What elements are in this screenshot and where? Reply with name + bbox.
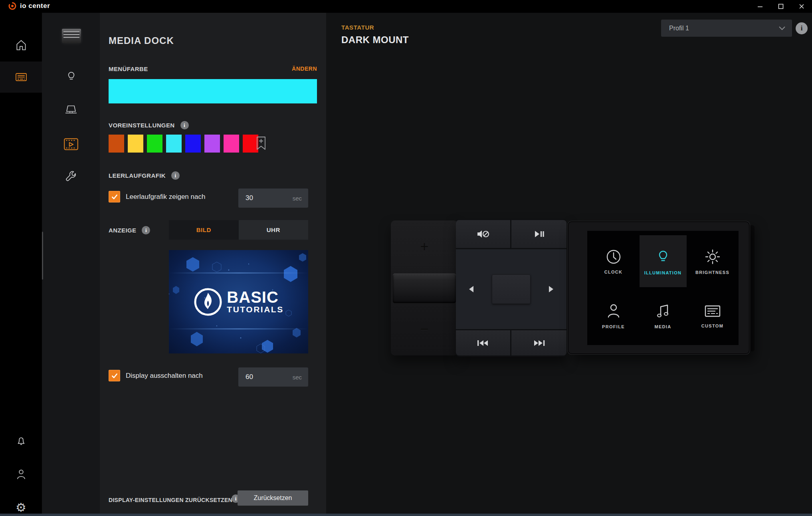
display-label: ANZEIGE	[109, 227, 136, 234]
device-tab-dock-stand[interactable]	[42, 96, 100, 124]
bell-icon	[14, 434, 28, 447]
reset-button[interactable]: Zurücksetzen	[238, 490, 308, 506]
device-sidebar	[42, 13, 100, 514]
display-section: ANZEIGE i	[109, 226, 150, 234]
preset-swatch[interactable]	[185, 135, 201, 153]
screen-tile-clock[interactable]: CLOCK	[590, 235, 637, 287]
mute-button[interactable]	[456, 220, 510, 248]
idle-graphic-label: LEERLAUFGRAFIK	[109, 172, 166, 179]
display-off-seconds-unit: sec	[293, 374, 302, 381]
idle-seconds-unit: sec	[293, 195, 302, 202]
sidebar-item-account[interactable]	[0, 458, 42, 490]
idle-graphic-checkbox[interactable]	[109, 191, 120, 202]
presets-info-icon[interactable]: i	[180, 121, 189, 129]
media-film-icon	[63, 137, 79, 152]
profile-select[interactable]: Profil 1	[661, 20, 792, 37]
lightbulb-icon	[63, 69, 79, 84]
menu-color-label: MENÜFARBE	[109, 65, 148, 72]
screen-tile-label: BRIGHTNESS	[695, 270, 729, 275]
idle-graphic-info-icon[interactable]: i	[171, 171, 180, 180]
app-logo: io center	[8, 2, 50, 10]
profile-info-icon[interactable]: i	[796, 22, 808, 34]
keyboard-thumbnail[interactable]	[62, 29, 81, 43]
presets-label: VOREINSTELLUNGEN	[109, 122, 175, 129]
preview-text-line2: TUTORIALS	[227, 305, 283, 314]
device-list-icon	[14, 71, 28, 83]
preset-swatch[interactable]	[147, 135, 162, 153]
io-center-logo-icon	[8, 2, 17, 10]
device-sidebar-scrollbar[interactable]	[42, 232, 43, 280]
tab-uhr[interactable]: UHR	[239, 220, 309, 240]
flame-logo-icon	[193, 287, 223, 317]
volume-down-button[interactable]: −	[391, 303, 458, 355]
display-off-seconds-input[interactable]	[238, 373, 274, 381]
sidebar-item-settings[interactable]: ⚙	[0, 492, 42, 516]
preview-text-line1: BASIC	[227, 290, 283, 305]
tab-bild[interactable]: BILD	[169, 220, 239, 240]
device-preview-panel: TASTATUR DARK MOUNT Profil 1 i + −	[326, 13, 812, 514]
panel-title: MEDIA DOCK	[109, 35, 174, 46]
screen-tile-custom[interactable]: CUSTOM	[689, 290, 736, 341]
sidebar-item-home[interactable]	[0, 30, 42, 61]
close-button[interactable]	[791, 0, 812, 13]
idle-graphic-checkbox-label: Leerlaufgrafik zeigen nach	[126, 193, 205, 201]
device-tab-illumination[interactable]	[42, 62, 100, 90]
profile-select-value: Profil 1	[669, 25, 689, 32]
volume-up-button[interactable]: +	[391, 220, 458, 273]
screen-tile-label: ILLUMINATION	[644, 270, 682, 275]
device-type-label: TASTATUR	[341, 24, 374, 31]
display-tabs: BILD UHR	[169, 220, 308, 240]
dock-screen-bezel: CLOCK ILLUMINATION	[568, 221, 750, 354]
preset-swatch[interactable]	[224, 135, 239, 153]
sidebar-item-notifications[interactable]	[0, 425, 42, 456]
maximize-button[interactable]	[770, 0, 791, 13]
display-info-icon[interactable]: i	[142, 226, 150, 234]
change-color-button[interactable]: ÄNDERN	[292, 65, 317, 72]
display-off-checkbox[interactable]	[109, 370, 120, 381]
preset-swatch[interactable]	[128, 135, 143, 153]
screen-tile-label: CLOCK	[604, 270, 623, 274]
preset-swatch[interactable]	[109, 135, 124, 153]
preset-swatch[interactable]	[166, 135, 182, 153]
add-preset-button[interactable]	[255, 136, 267, 151]
next-track-button[interactable]	[511, 330, 566, 355]
sidebar-item-devices[interactable]	[0, 62, 42, 93]
media-dock-device: + −	[391, 219, 755, 358]
custom-list-icon	[703, 303, 722, 319]
display-off-seconds-field: sec	[238, 367, 308, 387]
presets-section: VOREINSTELLUNGEN i	[109, 121, 189, 129]
idle-graphic-section: LEERLAUFGRAFIK i	[109, 171, 180, 180]
profile-icon	[605, 302, 622, 320]
screen-tile-illumination[interactable]: ILLUMINATION	[640, 235, 687, 287]
nav-left-button[interactable]	[459, 249, 483, 329]
chevron-down-icon	[778, 26, 786, 31]
app-window: io center	[0, 0, 812, 516]
screen-tile-brightness[interactable]: BRIGHTNESS	[689, 235, 736, 287]
play-pause-button[interactable]	[511, 220, 566, 248]
menu-color-swatch[interactable]	[109, 79, 317, 103]
dock-screen-edge	[750, 225, 755, 351]
idle-image-preview[interactable]: BASIC TUTORIALS	[169, 250, 308, 353]
gear-icon: ⚙	[16, 502, 26, 514]
screen-tile-media[interactable]: MEDIA	[640, 290, 687, 341]
screen-tile-profile[interactable]: PROFILE	[590, 290, 637, 341]
user-icon	[14, 467, 28, 481]
previous-track-button[interactable]	[456, 330, 510, 355]
preset-swatches	[109, 135, 258, 153]
idle-graphic-row: Leerlaufgrafik zeigen nach	[109, 191, 205, 202]
nav-right-button[interactable]	[539, 249, 563, 329]
screen-tile-label: CUSTOM	[701, 323, 723, 328]
idle-seconds-input[interactable]	[238, 194, 274, 202]
volume-roller[interactable]	[393, 274, 456, 303]
device-tab-tools[interactable]	[42, 164, 100, 192]
brightness-icon	[704, 248, 721, 266]
minimize-button[interactable]	[750, 0, 770, 13]
titlebar: io center	[0, 0, 812, 13]
device-tab-media-dock[interactable]	[42, 130, 100, 158]
clock-icon	[605, 248, 622, 265]
home-icon	[14, 38, 28, 52]
display-off-checkbox-label: Display ausschalten nach	[126, 372, 203, 380]
preset-swatch[interactable]	[204, 135, 220, 153]
nav-center-pad[interactable]	[492, 274, 531, 304]
dock-control-module	[456, 219, 566, 357]
